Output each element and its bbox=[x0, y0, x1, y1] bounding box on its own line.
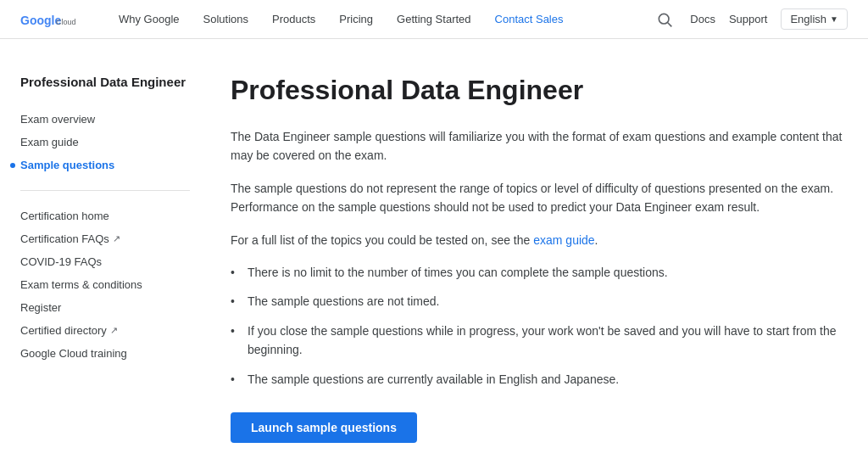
sidebar-item-label: Google Cloud training bbox=[20, 347, 127, 360]
intro-paragraph-2: The sample questions do not represent th… bbox=[231, 179, 848, 217]
intro-paragraph-3: For a full list of the topics you could … bbox=[231, 231, 848, 249]
sidebar-primary-nav: Exam overview Exam guide Sample question… bbox=[20, 108, 190, 176]
main-nav: Why Google Solutions Products Pricing Ge… bbox=[108, 9, 653, 29]
sidebar-item-exam-guide[interactable]: Exam guide bbox=[20, 131, 190, 154]
sidebar-item-label: COVID-19 FAQs bbox=[20, 255, 102, 268]
sidebar-item-exam-overview[interactable]: Exam overview bbox=[20, 108, 190, 131]
bullet-item-3: If you close the sample questions while … bbox=[231, 322, 848, 360]
header-right: Docs Support English ▼ bbox=[653, 8, 848, 31]
language-button[interactable]: English ▼ bbox=[781, 8, 848, 30]
main-content: Professional Data Engineer The Data Engi… bbox=[231, 73, 848, 443]
page-title: Professional Data Engineer bbox=[231, 73, 848, 107]
sidebar-item-certification-faqs[interactable]: Certification FAQs ↗ bbox=[20, 227, 190, 250]
sidebar-item-sample-questions[interactable]: Sample questions bbox=[20, 154, 190, 176]
external-link-icon: ↗ bbox=[113, 233, 120, 244]
support-link[interactable]: Support bbox=[729, 13, 768, 25]
sidebar-divider bbox=[20, 190, 190, 191]
intro-paragraph-1: The Data Engineer sample questions will … bbox=[231, 127, 848, 165]
language-label: English bbox=[790, 13, 826, 25]
svg-line-3 bbox=[668, 22, 672, 26]
search-icon[interactable] bbox=[653, 8, 676, 31]
nav-pricing[interactable]: Pricing bbox=[329, 9, 383, 29]
exam-guide-link[interactable]: exam guide bbox=[533, 233, 594, 247]
nav-getting-started[interactable]: Getting Started bbox=[387, 9, 481, 29]
bullet-item-4: The sample questions are currently avail… bbox=[231, 370, 848, 389]
nav-solutions[interactable]: Solutions bbox=[193, 9, 259, 29]
logo[interactable]: Google Cloud bbox=[20, 8, 88, 31]
sidebar-item-label: Certification FAQs bbox=[20, 232, 109, 245]
sidebar-item-label: Register bbox=[20, 301, 61, 314]
sidebar: Professional Data Engineer Exam overview… bbox=[20, 73, 190, 443]
header: Google Cloud Why Google Solutions Produc… bbox=[0, 0, 868, 39]
sidebar-item-certification-home[interactable]: Certification home bbox=[20, 204, 190, 227]
launch-sample-questions-button[interactable]: Launch sample questions bbox=[231, 412, 417, 443]
sidebar-item-label: Exam terms & conditions bbox=[20, 278, 142, 291]
sidebar-item-label: Certification home bbox=[20, 210, 109, 222]
nav-contact-sales[interactable]: Contact Sales bbox=[485, 9, 574, 29]
sidebar-title: Professional Data Engineer bbox=[20, 73, 190, 91]
sidebar-item-exam-terms[interactable]: Exam terms & conditions bbox=[20, 273, 190, 296]
bullet-list: There is no limit to the number of times… bbox=[231, 263, 848, 389]
bullet-item-2: The sample questions are not timed. bbox=[231, 292, 848, 311]
bullet-item-1: There is no limit to the number of times… bbox=[231, 263, 848, 282]
sidebar-item-gcloud-training[interactable]: Google Cloud training bbox=[20, 342, 190, 365]
svg-point-2 bbox=[659, 14, 670, 24]
svg-text:Cloud: Cloud bbox=[56, 18, 76, 26]
sidebar-item-register[interactable]: Register bbox=[20, 296, 190, 319]
docs-link[interactable]: Docs bbox=[690, 13, 715, 25]
external-link-icon: ↗ bbox=[110, 325, 118, 336]
nav-products[interactable]: Products bbox=[262, 9, 326, 29]
sidebar-item-certified-directory[interactable]: Certified directory ↗ bbox=[20, 319, 190, 342]
main-body: The Data Engineer sample questions will … bbox=[231, 127, 848, 443]
page-layout: Professional Data Engineer Exam overview… bbox=[0, 39, 868, 459]
sidebar-item-label: Certified directory bbox=[20, 324, 107, 337]
sidebar-secondary-nav: Certification home Certification FAQs ↗ … bbox=[20, 204, 190, 365]
sidebar-item-covid-faqs[interactable]: COVID-19 FAQs bbox=[20, 250, 190, 273]
nav-why-google[interactable]: Why Google bbox=[108, 9, 190, 29]
chevron-down-icon: ▼ bbox=[830, 14, 838, 24]
